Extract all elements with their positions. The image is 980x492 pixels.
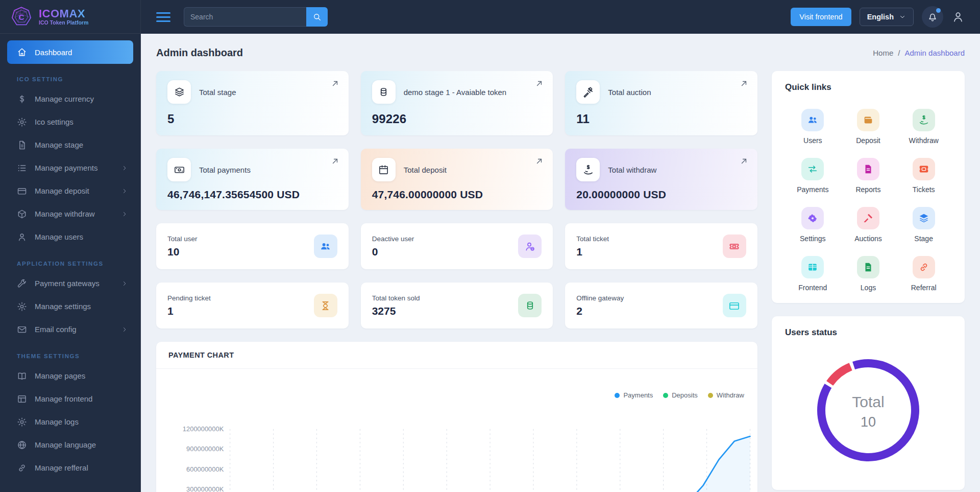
arrow-up-right-icon[interactable] [330, 79, 340, 88]
stat-card-title: Total withdraw [608, 166, 656, 174]
legend-item-withdraw[interactable]: Withdraw [708, 391, 744, 399]
arrow-up-right-icon[interactable] [739, 156, 749, 166]
quick-link-label: Payments [797, 185, 828, 194]
log-file-icon [857, 256, 879, 278]
stat-card-value: 99226 [372, 112, 542, 126]
quick-link-deposit[interactable]: Deposit [841, 109, 896, 145]
sidebar-item-manage-deposit[interactable]: Manage deposit [0, 179, 140, 202]
search-input[interactable] [184, 7, 306, 27]
sidebar-item-manage-logs[interactable]: Manage logs [0, 410, 140, 433]
quick-link-auctions[interactable]: Auctions [841, 207, 896, 243]
arrow-up-right-icon[interactable] [330, 156, 340, 166]
quick-link-stage[interactable]: Stage [896, 207, 951, 243]
quick-link-settings[interactable]: Settings [785, 207, 841, 243]
quick-link-payments[interactable]: Payments [785, 158, 841, 194]
layers-icon [913, 207, 935, 229]
sidebar-item-manage-language[interactable]: Manage language [0, 433, 140, 456]
chevron-right-icon [121, 188, 128, 195]
sidebar-item-ico-settings[interactable]: Ico settings [0, 110, 140, 133]
sidebar-item-manage-withdraw[interactable]: Manage withdraw [0, 202, 140, 225]
visit-frontend-button[interactable]: Visit frontend [791, 8, 851, 26]
sidebar-item-manage-stage[interactable]: Manage stage [0, 133, 140, 156]
arrow-up-right-icon[interactable] [739, 79, 749, 88]
quick-link-tickets[interactable]: Tickets [896, 158, 951, 194]
arrows-icon [801, 158, 824, 180]
quick-link-label: Withdraw [909, 136, 938, 145]
sidebar-item-email-config[interactable]: Email config [0, 318, 140, 341]
sidebar-item-label: Manage users [35, 232, 83, 241]
sidebar-item-label: Dashboard [35, 48, 72, 57]
search-button[interactable] [306, 7, 328, 27]
stat-card-total-auction: Total auction 11 [565, 71, 757, 135]
stat-card-pending-ticket: Pending ticket 1 [156, 283, 349, 329]
sidebar-item-manage-currency[interactable]: Manage currency [0, 87, 140, 110]
legend-item-payments[interactable]: Payments [615, 391, 653, 399]
stat-card-title: Pending ticket [167, 294, 211, 302]
donut-segment-inactive [812, 354, 924, 466]
stat-card-title: Total stage [199, 88, 236, 97]
donut-segment-active [812, 354, 924, 466]
payment-line-chart: 1200000000K 900000000K 600000000K 300000… [156, 415, 757, 492]
book-icon [17, 371, 27, 381]
stat-card-title: Deactive user [372, 235, 414, 243]
report-file-icon [857, 158, 879, 180]
language-select[interactable]: English [860, 8, 914, 26]
quick-link-logs[interactable]: Logs [841, 256, 896, 292]
payment-chart-title: PAYMENT CHART [168, 351, 745, 359]
notifications-button[interactable] [922, 6, 943, 28]
hand-dollar-icon [913, 109, 935, 131]
bell-icon [927, 11, 938, 22]
globe-icon [17, 440, 27, 450]
sidebar-item-manage-frontend[interactable]: Manage frontend [0, 387, 140, 410]
chevron-right-icon [121, 210, 128, 218]
stat-card-total-stage: Total stage 5 [156, 71, 349, 135]
gear-icon [17, 301, 27, 312]
page-title: Admin dashboard [156, 47, 243, 59]
sidebar-item-label: Manage logs [35, 417, 79, 426]
stat-card-deactive-user: Deactive user 0 [361, 223, 553, 269]
quick-link-label: Referral [911, 284, 937, 292]
quick-links-panel: Quick links Users Deposit Withdraw [772, 71, 965, 303]
quick-link-label: Users [803, 136, 822, 145]
brand[interactable]: C ICOMAX ICO Token Platform [0, 0, 140, 34]
sidebar-item-dashboard[interactable]: Dashboard [7, 40, 133, 64]
users-status-donut: Total 10 [812, 354, 924, 468]
quick-links-title: Quick links [785, 82, 951, 92]
legend-item-deposits[interactable]: Deposits [663, 391, 698, 399]
quick-link-referral[interactable]: Referral [896, 256, 951, 292]
language-selected: English [867, 13, 894, 21]
breadcrumb-current[interactable]: Admin dashboard [904, 49, 965, 57]
stat-card-value: 10 [167, 246, 198, 258]
gear-icon [17, 417, 27, 427]
quick-link-label: Reports [855, 185, 880, 194]
breadcrumb: Home / Admin dashboard [873, 49, 965, 57]
profile-button[interactable] [951, 10, 965, 24]
arrow-up-right-icon[interactable] [534, 156, 544, 166]
stat-card-title: Total auction [608, 88, 651, 97]
quick-link-frontend[interactable]: Frontend [785, 256, 841, 292]
stat-card-title: Total token sold [372, 294, 420, 302]
hamburger-icon[interactable] [156, 12, 170, 22]
gear-icon [801, 207, 824, 229]
breadcrumb-home-link[interactable]: Home [873, 49, 893, 57]
sidebar-item-label: Manage payments [35, 163, 97, 172]
quick-link-reports[interactable]: Reports [841, 158, 896, 194]
sidebar-item-manage-pages[interactable]: Manage pages [0, 364, 140, 387]
arrow-up-right-icon[interactable] [534, 79, 544, 88]
quick-link-users[interactable]: Users [785, 109, 841, 145]
quick-link-label: Deposit [856, 136, 880, 145]
stat-card-total-token-sold: Total token sold 3275 [361, 283, 553, 329]
sidebar-section-ico-setting: ICO SETTING [17, 76, 140, 82]
legend-dot-deposits [663, 393, 668, 398]
sidebar-item-manage-settings[interactable]: Manage settings [0, 295, 140, 318]
quick-link-withdraw[interactable]: Withdraw [896, 109, 951, 145]
sidebar-item-payment-gateways[interactable]: Payment gateways [0, 272, 140, 295]
sidebar-item-manage-payments[interactable]: Manage payments [0, 156, 140, 179]
sidebar-item-manage-users[interactable]: Manage users [0, 225, 140, 248]
stat-card-total-user: Total user 10 [156, 223, 349, 269]
sidebar-item-manage-refferal[interactable]: Manage refferal [0, 456, 140, 479]
stat-card-total-payments: Total payments 46,746,147.35654500 USD [156, 149, 349, 210]
link-icon [913, 256, 935, 278]
link-icon [17, 463, 27, 473]
chart-legend: Payments Deposits Withdraw [156, 391, 744, 399]
